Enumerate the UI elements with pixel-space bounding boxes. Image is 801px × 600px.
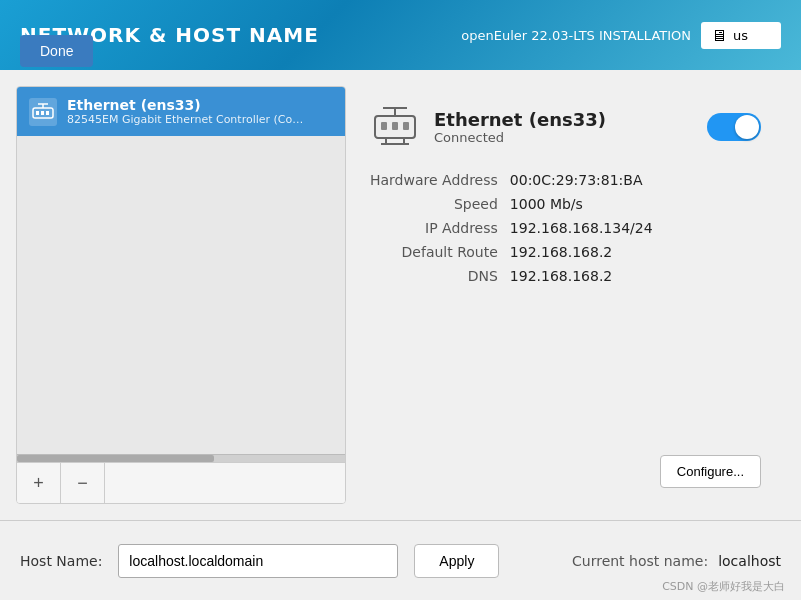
svg-rect-3 bbox=[46, 111, 49, 115]
header: NETWORK & HOST NAME Done openEuler 22.03… bbox=[0, 0, 801, 70]
device-name: Ethernet (ens33) bbox=[434, 109, 606, 130]
apply-button[interactable]: Apply bbox=[414, 544, 499, 578]
locale-selector[interactable]: 🖥 us bbox=[701, 22, 781, 49]
speed-label: Speed bbox=[370, 196, 498, 212]
ip-address-label: IP Address bbox=[370, 220, 498, 236]
current-host-section: Current host name: localhost bbox=[572, 553, 781, 569]
default-route-value: 192.168.168.2 bbox=[510, 244, 761, 260]
add-network-button[interactable]: + bbox=[17, 463, 61, 503]
svg-rect-2 bbox=[41, 111, 44, 115]
device-info: Ethernet (ens33) Connected bbox=[370, 102, 606, 152]
scroll-area bbox=[17, 454, 345, 462]
network-list-panel: Ethernet (ens33) 82545EM Gigabit Etherne… bbox=[16, 86, 346, 504]
os-label: openEuler 22.03-LTS INSTALLATION bbox=[461, 28, 691, 43]
bottom-bar: Host Name: Apply Current host name: loca… bbox=[0, 520, 801, 600]
default-route-label: Default Route bbox=[370, 244, 498, 260]
svg-rect-7 bbox=[381, 122, 387, 130]
ip-address-value: 192.168.168.134/24 bbox=[510, 220, 761, 236]
hostname-label: Host Name: bbox=[20, 553, 102, 569]
current-host-label: Current host name: bbox=[572, 553, 708, 569]
flag-icon: 🖥 bbox=[711, 26, 727, 45]
hardware-address-value: 00:0C:29:73:81:BA bbox=[510, 172, 761, 188]
network-item-name: Ethernet (ens33) bbox=[67, 97, 307, 113]
dns-label: DNS bbox=[370, 268, 498, 284]
scroll-thumb[interactable] bbox=[17, 455, 214, 462]
svg-rect-1 bbox=[36, 111, 39, 115]
header-right: openEuler 22.03-LTS INSTALLATION 🖥 us bbox=[461, 22, 781, 49]
watermark: CSDN @老师好我是大白 bbox=[662, 579, 785, 594]
ethernet-toggle[interactable] bbox=[707, 113, 761, 141]
hardware-address-label: Hardware Address bbox=[370, 172, 498, 188]
done-button[interactable]: Done bbox=[20, 35, 93, 67]
main-content: Ethernet (ens33) 82545EM Gigabit Etherne… bbox=[0, 70, 801, 520]
svg-rect-8 bbox=[392, 122, 398, 130]
configure-button[interactable]: Configure... bbox=[660, 455, 761, 488]
hostname-input[interactable] bbox=[118, 544, 398, 578]
network-controls: + − bbox=[17, 462, 345, 503]
current-host-value: localhost bbox=[718, 553, 781, 569]
device-ethernet-icon bbox=[370, 102, 420, 152]
device-header: Ethernet (ens33) Connected bbox=[370, 102, 761, 152]
network-item-info: Ethernet (ens33) 82545EM Gigabit Etherne… bbox=[67, 97, 307, 126]
device-text-info: Ethernet (ens33) Connected bbox=[434, 109, 606, 145]
network-list-empty-area bbox=[17, 136, 345, 454]
network-item[interactable]: Ethernet (ens33) 82545EM Gigabit Etherne… bbox=[17, 87, 345, 136]
ethernet-icon bbox=[29, 98, 57, 126]
toggle-knob bbox=[735, 115, 759, 139]
remove-network-button[interactable]: − bbox=[61, 463, 105, 503]
dns-value: 192.168.168.2 bbox=[510, 268, 761, 284]
locale-code: us bbox=[733, 28, 748, 43]
network-item-desc: 82545EM Gigabit Ethernet Controller (Cop… bbox=[67, 113, 307, 126]
network-details-table: Hardware Address 00:0C:29:73:81:BA Speed… bbox=[370, 172, 761, 284]
speed-value: 1000 Mb/s bbox=[510, 196, 761, 212]
svg-rect-9 bbox=[403, 122, 409, 130]
device-status: Connected bbox=[434, 130, 606, 145]
network-detail-panel: Ethernet (ens33) Connected Hardware Addr… bbox=[346, 86, 785, 504]
